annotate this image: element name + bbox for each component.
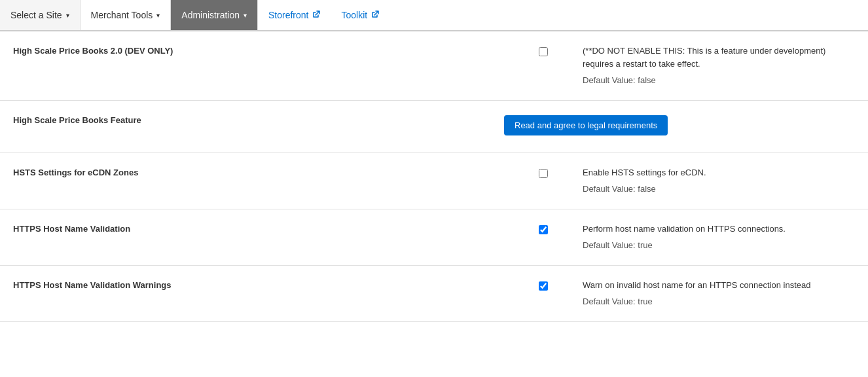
feature-description: Perform host name validation on HTTPS co…	[583, 223, 855, 252]
feature-checkbox[interactable]	[539, 281, 548, 291]
feature-name: HSTS Settings for eCDN Zones	[13, 166, 504, 177]
feature-default-value: Default Value: true	[583, 295, 855, 308]
storefront-link[interactable]: Storefront	[258, 0, 331, 30]
storefront-label: Storefront	[268, 10, 308, 20]
toolkit-link[interactable]: Toolkit	[331, 0, 389, 30]
feature-default-value: Default Value: false	[583, 183, 855, 196]
table-row: HTTPS Host Name ValidationPerform host n…	[0, 209, 868, 266]
merchant-tools-dropdown[interactable]: Merchant Tools ▾	[81, 0, 172, 30]
storefront-external-icon	[312, 10, 320, 20]
feature-name: HTTPS Host Name Validation Warnings	[13, 279, 504, 290]
feature-description-text: Enable HSTS settings for eCDN.	[583, 166, 855, 179]
feature-checkbox[interactable]	[539, 47, 548, 56]
feature-name: High Scale Price Books 2.0 (DEV ONLY)	[13, 45, 504, 56]
feature-description-text: Warn on invalid host name for an HTTPS c…	[583, 279, 855, 292]
feature-name: High Scale Price Books Feature	[13, 114, 504, 125]
feature-description-text: Perform host name validation on HTTPS co…	[583, 223, 855, 236]
feature-description: Warn on invalid host name for an HTTPS c…	[583, 279, 855, 308]
feature-name: HTTPS Host Name Validation	[13, 223, 504, 234]
legal-requirements-button[interactable]: Read and agree to legal requirements	[504, 115, 668, 135]
feature-description: (**DO NOT ENABLE THIS: This is a feature…	[583, 45, 855, 87]
merchant-tools-label: Merchant Tools	[91, 10, 153, 20]
feature-default-value: Default Value: true	[583, 239, 855, 252]
feature-description-text: (**DO NOT ENABLE THIS: This is a feature…	[583, 45, 855, 70]
navbar: Select a Site ▾ Merchant Tools ▾ Adminis…	[0, 0, 868, 31]
feature-default-value: Default Value: false	[583, 74, 855, 87]
toolkit-external-icon	[371, 10, 379, 20]
feature-checkbox[interactable]	[539, 225, 548, 234]
select-site-label: Select a Site	[10, 10, 62, 20]
select-site-chevron: ▾	[66, 12, 69, 19]
feature-checkbox[interactable]	[539, 169, 548, 178]
feature-control: Read and agree to legal requirements	[504, 114, 668, 135]
table-row: High Scale Price Books FeatureRead and a…	[0, 101, 868, 153]
table-row: High Scale Price Books 2.0 (DEV ONLY)(**…	[0, 31, 868, 101]
feature-control	[504, 279, 583, 291]
administration-dropdown[interactable]: Administration ▾	[171, 0, 258, 30]
toolkit-label: Toolkit	[341, 10, 367, 20]
feature-description: Enable HSTS settings for eCDN.Default Va…	[583, 166, 855, 196]
table-row: HTTPS Host Name Validation WarningsWarn …	[0, 266, 868, 322]
feature-control	[504, 166, 583, 178]
merchant-tools-chevron: ▾	[156, 12, 160, 19]
feature-control	[504, 223, 583, 234]
administration-chevron: ▾	[244, 12, 247, 19]
table-row: HSTS Settings for eCDN ZonesEnable HSTS …	[0, 153, 868, 209]
main-content: High Scale Price Books 2.0 (DEV ONLY)(**…	[0, 31, 868, 322]
select-site-dropdown[interactable]: Select a Site ▾	[0, 0, 81, 30]
administration-label: Administration	[181, 10, 240, 20]
feature-control	[504, 45, 583, 56]
